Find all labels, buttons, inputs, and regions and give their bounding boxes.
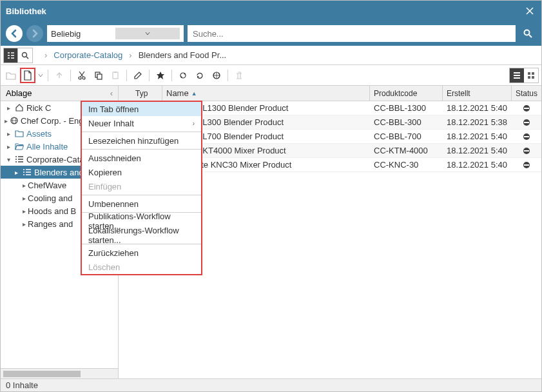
chevron-right-icon: › [193, 120, 195, 127]
status-text: 0 Inhalte [6, 380, 38, 390]
folder-open-icon [14, 141, 24, 152]
cell-status [512, 132, 541, 141]
cell-date: 18.12.2021 5:40 [443, 146, 512, 155]
close-button[interactable] [523, 5, 536, 17]
nav-bar: Beliebig [1, 21, 541, 46]
col-icon[interactable] [119, 86, 131, 101]
col-date[interactable]: Erstellt [443, 86, 512, 101]
expand-icon[interactable]: ▸ [20, 195, 28, 202]
expand-icon[interactable]: ▸ [5, 117, 8, 124]
copy-button[interactable] [91, 68, 106, 83]
svg-rect-9 [528, 72, 530, 75]
statusbar: 0 Inhalte [1, 378, 541, 391]
cell-date: 18.12.2021 5:40 [443, 132, 512, 141]
cm-open-tab[interactable]: Im Tab öffnen [82, 102, 201, 116]
toolbar [1, 65, 541, 86]
bookmark-button[interactable] [153, 68, 168, 83]
list-icon [22, 167, 32, 177]
svg-rect-11 [528, 76, 530, 79]
svg-rect-7 [114, 72, 117, 73]
new-folder-button[interactable] [3, 68, 19, 83]
dropdown-icon[interactable] [37, 68, 44, 83]
cell-status [512, 161, 541, 170]
tree-label: Hoods and B [28, 206, 76, 216]
cell-code: CC-BBL-1300 [370, 103, 443, 113]
search-button[interactable] [519, 25, 536, 42]
grid-view-button[interactable] [524, 68, 538, 83]
cell-code: CC-KNC-30 [370, 160, 443, 170]
col-code[interactable]: Produktcode [370, 86, 443, 101]
view-toggle [509, 68, 539, 83]
search-mode-icon[interactable] [18, 48, 32, 63]
expand-icon[interactable]: ▸ [20, 220, 28, 228]
expand-icon[interactable]: ▸ [5, 143, 12, 150]
chevron-right-icon: › [129, 50, 131, 60]
context-menu: Im Tab öffnen Neuer Inhalt› Lesezeichen … [81, 101, 202, 275]
breadcrumb-item[interactable]: Corporate-Catalog [53, 50, 122, 60]
svg-point-0 [525, 30, 530, 35]
expand-icon[interactable]: ▾ [5, 156, 12, 163]
collapse-icon[interactable]: ‹ [110, 88, 113, 98]
folder-icon [14, 128, 24, 139]
expand-icon[interactable]: ▸ [20, 208, 28, 215]
expand-icon[interactable]: ▸ [20, 182, 28, 189]
filter-label: Beliebig [51, 29, 115, 39]
sync-button[interactable] [175, 68, 191, 83]
cell-date: 18.12.2021 5:38 [443, 117, 512, 127]
up-button [52, 68, 67, 83]
refresh-button[interactable] [192, 68, 208, 83]
globe-button[interactable] [209, 68, 224, 83]
svg-point-1 [23, 52, 27, 57]
sort-asc-icon: ▲ [191, 90, 197, 97]
tree-label: Ranges and [28, 219, 73, 229]
chevron-right-icon: › [44, 50, 47, 60]
globe-icon [10, 115, 19, 126]
back-button[interactable] [6, 25, 23, 42]
expand-icon[interactable]: ▸ [5, 130, 12, 137]
cut-button[interactable] [74, 68, 90, 83]
cell-code: CC-BBL-700 [370, 132, 443, 141]
svg-point-3 [82, 77, 85, 79]
new-document-button[interactable] [20, 68, 35, 83]
expand-icon[interactable]: ▸ [12, 169, 20, 176]
scrollbar-h[interactable] [1, 368, 118, 378]
tree-label: Cooling and [28, 193, 72, 203]
tree-mode-icon[interactable] [4, 48, 18, 63]
forward-button[interactable] [26, 25, 43, 42]
search-input[interactable] [193, 29, 510, 39]
cell-status [512, 146, 541, 155]
cell-status [512, 118, 541, 127]
cm-new-content[interactable]: Neuer Inhalt› [82, 116, 201, 130]
expand-icon[interactable]: ▸ [5, 104, 12, 112]
tree-label: Alle Inhalte [26, 142, 68, 152]
tree-label: Assets [26, 129, 52, 139]
list-icon [14, 154, 24, 164]
tree-label: ChefWave [28, 181, 66, 190]
breadcrumb: › Corporate-Catalog › Blenders and Food … [33, 50, 226, 60]
col-name[interactable]: Name▲ [162, 86, 370, 101]
cm-delete: Löschen [82, 260, 201, 274]
cm-cut[interactable]: Ausschneiden [82, 151, 201, 165]
col-typ[interactable]: Typ [131, 86, 162, 101]
edit-button[interactable] [130, 68, 146, 83]
cell-date: 18.12.2021 5:40 [443, 160, 512, 170]
breadcrumb-item[interactable]: Blenders and Food Pr... [139, 50, 227, 60]
cm-bookmark[interactable]: Lesezeichen hinzufügen [82, 133, 201, 148]
filter-combo[interactable]: Beliebig [47, 25, 184, 42]
sidebar-header: Ablage ‹ [1, 86, 118, 101]
view-mode-icons [3, 48, 33, 63]
cm-withdraw[interactable]: Zurückziehen [82, 246, 201, 260]
cell-date: 18.12.2021 5:40 [443, 103, 512, 113]
breadcrumb-bar: › Corporate-Catalog › Blenders and Food … [1, 46, 541, 65]
home-icon [14, 103, 24, 113]
cell-code: CC-KTM-4000 [370, 146, 443, 155]
col-status[interactable]: Status [512, 86, 541, 101]
cm-loc-workflow[interactable]: Lokalisierungs-Workflow starten... [82, 228, 201, 242]
list-view-button[interactable] [510, 68, 524, 83]
cm-rename[interactable]: Umbenennen [82, 197, 201, 211]
cm-copy[interactable]: Kopieren [82, 165, 201, 179]
search-box[interactable] [188, 25, 516, 42]
svg-rect-6 [113, 72, 118, 79]
main-area: Ablage ‹ ▸Rick C▸Chef Corp. - Englisch (… [1, 86, 541, 378]
chevron-down-icon [115, 28, 180, 39]
